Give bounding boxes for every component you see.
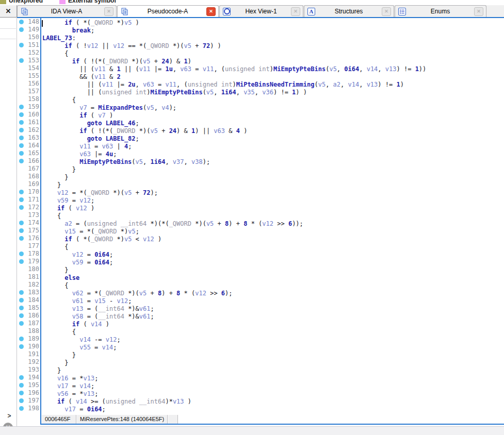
gutter-row[interactable]: 151	[17, 41, 40, 49]
tab-ida-view-a[interactable]: IDA View-A ✕	[17, 5, 117, 17]
gutter-row[interactable]: 170	[17, 188, 40, 196]
gutter-row[interactable]: 169	[17, 180, 40, 188]
breakpoint-dot-icon[interactable]	[19, 43, 24, 47]
close-dock-button[interactable]: ✕	[0, 5, 17, 18]
gutter-row[interactable]: 189	[17, 335, 40, 343]
gutter-row[interactable]: 181	[17, 273, 40, 281]
code-line[interactable]: v14 -= v12;	[41, 336, 504, 344]
breakpoint-dot-icon[interactable]	[19, 306, 24, 310]
breakpoint-dot-icon[interactable]	[19, 236, 24, 241]
code-line[interactable]: v13 = (__int64 *)&v61;	[41, 305, 504, 313]
breakpoint-dot-icon[interactable]	[19, 143, 24, 148]
gutter-row[interactable]: 173	[17, 211, 40, 219]
gutter-row[interactable]: 168	[17, 173, 40, 180]
breakpoint-dot-icon[interactable]	[19, 298, 24, 303]
code-line[interactable]: MiEmptyPteBins(v5, 1i64, v37, v38);	[41, 158, 504, 166]
gutter-row[interactable]: 193	[17, 366, 40, 374]
gutter-row[interactable]: 188	[17, 327, 40, 335]
code-line[interactable]: || (v11 & 1 || (v11 |= 1u, v63 = v11, (u…	[41, 65, 504, 73]
gutter-row[interactable]: 174	[17, 219, 40, 227]
breakpoint-dot-icon[interactable]	[19, 313, 24, 318]
breakpoint-dot-icon[interactable]	[19, 383, 24, 388]
gutter-row[interactable]: 176	[17, 235, 40, 242]
gutter-row[interactable]: 198	[17, 405, 40, 412]
close-icon[interactable]: ✕	[382, 7, 391, 16]
gutter-row[interactable]: 180	[17, 265, 40, 273]
tab-enums[interactable]: Enums ✕	[395, 5, 486, 17]
code-line[interactable]: }	[41, 367, 504, 375]
code-line[interactable]: if ( *(_QWORD *)v5 )	[41, 19, 504, 27]
breakpoint-dot-icon[interactable]	[19, 151, 24, 156]
code-line[interactable]: v15 = *(_QWORD *)v5;	[41, 228, 504, 236]
gutter-row[interactable]: 197	[17, 397, 40, 405]
code-line[interactable]: v56 = *v13;	[41, 390, 504, 398]
gutter-row[interactable]: 185	[17, 304, 40, 312]
breakpoint-dot-icon[interactable]	[19, 105, 24, 109]
code-line[interactable]: if ( v12 )	[41, 205, 504, 212]
code-line[interactable]: if ( v7 )	[41, 112, 504, 120]
gutter-row[interactable]: 182	[17, 281, 40, 289]
code-line[interactable]: || (unsigned int)MiEmptyPteBins(v5, 1i64…	[41, 89, 504, 96]
code-line[interactable]: {	[41, 212, 504, 220]
gutter-row[interactable]: 153	[17, 57, 40, 64]
code-line[interactable]: v63 |= 4u;	[41, 150, 504, 158]
code-line[interactable]: {	[41, 96, 504, 104]
gutter-row[interactable]: 165	[17, 149, 40, 157]
code-line[interactable]: {	[41, 50, 504, 58]
breakpoint-dot-icon[interactable]	[19, 375, 24, 380]
gutter-row[interactable]: 186	[17, 312, 40, 320]
gutter-row[interactable]: 158	[17, 95, 40, 103]
gutter-row[interactable]: 157	[17, 88, 40, 95]
code-line[interactable]: v62 = *(_QWORD *)(v5 + 8) + 8 * (v12 >> …	[41, 290, 504, 297]
close-icon[interactable]: ✕	[206, 7, 216, 16]
code-line[interactable]: {	[41, 328, 504, 336]
gutter-row[interactable]: 150	[17, 34, 40, 41]
breakpoint-dot-icon[interactable]	[19, 221, 24, 225]
code-line[interactable]: v17 = v14;	[41, 382, 504, 390]
code-line[interactable]: || (v11 |= 2u, v63 = v11, (unsigned int)…	[41, 81, 504, 89]
close-icon[interactable]: ✕	[104, 7, 113, 16]
breakpoint-dot-icon[interactable]	[19, 197, 24, 202]
code-line[interactable]: goto LABEL_82;	[41, 135, 504, 143]
code-line[interactable]: v17 = 0i64;	[41, 406, 504, 413]
tab-hex-view-1[interactable]: Hex View-1 ✕	[219, 5, 303, 17]
breakpoint-dot-icon[interactable]	[19, 259, 24, 264]
code-line[interactable]: }	[41, 352, 504, 359]
code-line[interactable]: a2 = (unsigned __int64 *)(*(_QWORD *)(v5…	[41, 220, 504, 228]
breakpoint-dot-icon[interactable]	[19, 128, 24, 132]
breakpoint-dot-icon[interactable]	[19, 120, 24, 125]
tab-structures[interactable]: A Structures ✕	[304, 5, 394, 17]
gutter-row[interactable]: 156	[17, 80, 40, 88]
gutter-row[interactable]: 155	[17, 72, 40, 80]
code-line[interactable]: }	[41, 359, 504, 367]
code-line[interactable]: v61 = v15 - v12;	[41, 297, 504, 305]
gutter-row[interactable]: 187	[17, 320, 40, 327]
code-line[interactable]: v59 = 0i64;	[41, 259, 504, 266]
gutter-row[interactable]: 183	[17, 289, 40, 296]
breakpoint-dot-icon[interactable]	[19, 190, 24, 194]
breakpoint-dot-icon[interactable]	[19, 321, 24, 326]
gutter-row[interactable]: 191	[17, 350, 40, 358]
breakpoint-dot-icon[interactable]	[19, 406, 24, 411]
gutter-row[interactable]: 164	[17, 142, 40, 149]
gutter-row[interactable]: 161	[17, 119, 40, 126]
code-line[interactable]: if ( *(_QWORD *)v5 < v12 )	[41, 236, 504, 243]
gutter-row[interactable]: 190	[17, 343, 40, 350]
gutter-row[interactable]: 195	[17, 381, 40, 389]
code-line[interactable]: v59 = v12;	[41, 197, 504, 205]
code-line[interactable]: {	[41, 243, 504, 251]
code-line[interactable]: if ( v14 )	[41, 321, 504, 328]
breakpoint-dot-icon[interactable]	[19, 136, 24, 140]
breakpoint-dot-icon[interactable]	[19, 398, 24, 403]
code-line[interactable]: && (v11 & 2	[41, 73, 504, 81]
breakpoint-dot-icon[interactable]	[19, 58, 24, 63]
gutter-row[interactable]: 184	[17, 296, 40, 304]
code-line[interactable]: else	[41, 274, 504, 282]
gutter-row[interactable]: 166	[17, 157, 40, 165]
gutter-row[interactable]: 162	[17, 126, 40, 134]
tab-pseudocode-a[interactable]: Pseudocode-A ✕	[117, 5, 219, 17]
gutter-row[interactable]: 163	[17, 134, 40, 142]
code-line[interactable]: v16 = *v13;	[41, 375, 504, 382]
code-line[interactable]: {	[41, 282, 504, 290]
code-line[interactable]: }	[41, 181, 504, 189]
